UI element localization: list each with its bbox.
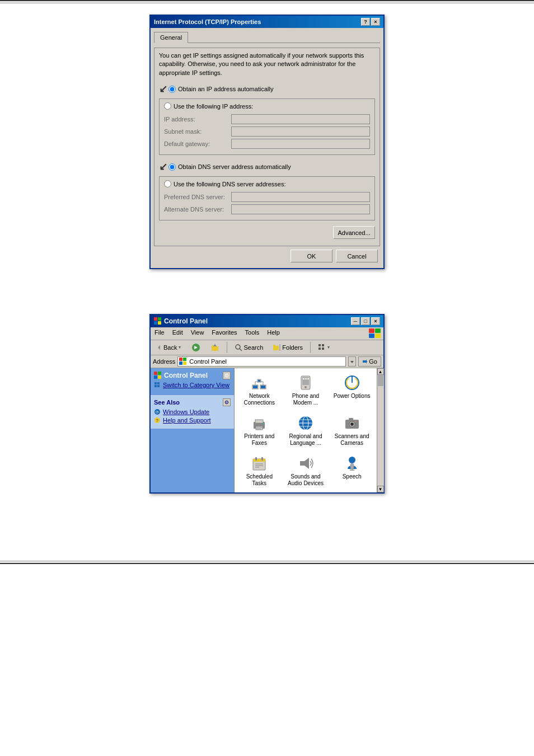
- cp-sidebar-cp-icon: [154, 372, 162, 379]
- tcpip-help-button[interactable]: ?: [361, 18, 370, 26]
- cp-minimize-button[interactable]: ─: [351, 317, 360, 325]
- network-connections-item[interactable]: Network Connections: [239, 373, 280, 407]
- svg-rect-46: [261, 386, 265, 388]
- scanners-cameras-item[interactable]: Scanners and Cameras: [331, 413, 372, 448]
- windows-update-link[interactable]: ⟳ Windows Update: [154, 408, 231, 415]
- tcpip-close-button[interactable]: ×: [371, 18, 380, 26]
- network-connections-label: Network Connections: [240, 393, 279, 406]
- toolbar-search-button[interactable]: Search: [231, 341, 267, 354]
- tcpip-titlebar-buttons: ? ×: [361, 18, 380, 26]
- svg-rect-20: [318, 344, 321, 346]
- manual-dns-section: Use the following DNS server addresses: …: [159, 176, 375, 220]
- toolbar-views-button[interactable]: [314, 341, 334, 354]
- sounds-audio-item[interactable]: Sounds and Audio Devices: [285, 453, 326, 488]
- cp-sidebar-collapse-button[interactable]: ⊙: [223, 372, 231, 379]
- gateway-input[interactable]: [231, 139, 370, 149]
- svg-point-85: [349, 457, 355, 463]
- svg-rect-34: [158, 375, 161, 379]
- scrollbar-track: [377, 375, 384, 486]
- subnet-mask-row: Subnet mask:: [164, 126, 370, 137]
- arrow-auto-dns: ↙: [159, 161, 167, 173]
- tab-general[interactable]: General: [154, 32, 188, 43]
- address-go-button[interactable]: Go: [358, 356, 381, 367]
- tcpip-dialog: Internet Protocol (TCP/IP) Properties ? …: [149, 15, 385, 269]
- radio-auto-ip-label: Obtain an IP address automatically: [178, 86, 273, 92]
- cp-main: Control Panel ⊙ Switch to Categor: [151, 368, 383, 492]
- scheduled-tasks-item[interactable]: Scheduled Tasks: [239, 453, 280, 488]
- menu-file[interactable]: File: [153, 328, 166, 339]
- help-support-link[interactable]: ? Help and Support: [154, 417, 231, 424]
- toolbar-separator1: [227, 342, 227, 353]
- speech-item[interactable]: Speech: [331, 453, 372, 488]
- cp-seealso-collapse-button[interactable]: ⊙: [223, 398, 231, 406]
- cp-title: Control Panel: [164, 317, 208, 325]
- svg-rect-32: [158, 372, 161, 375]
- svg-rect-25: [179, 358, 182, 361]
- cp-sidebar-seealso: See Also ⊙ ⟳ Windows Update: [151, 395, 234, 429]
- menu-tools[interactable]: Tools: [243, 328, 261, 339]
- menu-help[interactable]: Help: [265, 328, 282, 339]
- svg-rect-44: [253, 386, 257, 388]
- ip-address-input[interactable]: [231, 114, 370, 124]
- cp-close-button[interactable]: ×: [371, 317, 380, 325]
- views-icon: [318, 344, 326, 351]
- scrollbar-up-button[interactable]: ▲: [377, 368, 384, 375]
- tcpip-bottom-buttons: OK Cancel: [154, 246, 380, 265]
- toolbar-forward-button[interactable]: [188, 341, 204, 354]
- address-input-display[interactable]: Control Panel: [177, 356, 346, 367]
- svg-rect-82: [261, 457, 263, 461]
- menu-view[interactable]: View: [189, 328, 206, 339]
- folder-up-icon: [210, 343, 219, 352]
- advanced-button[interactable]: Advanced...: [333, 226, 375, 239]
- preferred-dns-input[interactable]: [231, 192, 370, 202]
- views-dropdown-icon: [327, 346, 330, 349]
- toolbar-folders-button[interactable]: Folders: [269, 341, 307, 354]
- subnet-mask-label: Subnet mask:: [164, 128, 231, 135]
- svg-rect-27: [179, 361, 182, 365]
- back-dropdown-icon: [178, 346, 181, 349]
- gateway-label: Default gateway:: [164, 140, 231, 147]
- svg-rect-31: [154, 372, 157, 375]
- printers-faxes-item[interactable]: Printers and Faxes: [239, 413, 280, 448]
- menu-edit[interactable]: Edit: [171, 328, 185, 339]
- scrollbar-down-button[interactable]: ▼: [377, 486, 384, 492]
- toolbar-up-button[interactable]: [207, 341, 223, 354]
- svg-rect-81: [255, 457, 257, 461]
- cancel-button[interactable]: Cancel: [336, 250, 378, 262]
- ok-button[interactable]: OK: [291, 250, 332, 262]
- svg-rect-33: [154, 375, 157, 379]
- svg-rect-51: [258, 380, 260, 382]
- scheduled-tasks-label: Scheduled Tasks: [240, 473, 279, 487]
- svg-rect-63: [256, 428, 262, 428]
- radio-manual-ip[interactable]: [164, 102, 171, 110]
- svg-marker-30: [363, 359, 367, 364]
- windows-update-icon: ⟳: [154, 408, 161, 415]
- toolbar-back-button[interactable]: Back: [153, 341, 185, 354]
- power-options-label: Power Options: [334, 393, 371, 400]
- phone-modem-item[interactable]: Phone and Modem ...: [285, 373, 326, 407]
- cp-icons-grid: Network Connections: [239, 373, 372, 488]
- tcpip-dialog-container: Internet Protocol (TCP/IP) Properties ? …: [0, 15, 534, 269]
- svg-rect-64: [256, 429, 261, 429]
- power-options-item[interactable]: Power Options: [331, 373, 372, 407]
- search-icon: [235, 344, 242, 351]
- radio-manual-dns[interactable]: [164, 180, 171, 187]
- scrollbar-thumb[interactable]: [378, 375, 383, 386]
- top-border: [0, 0, 534, 3]
- alternate-dns-input[interactable]: [231, 204, 370, 214]
- switch-view-icon: [154, 382, 161, 388]
- svg-rect-37: [154, 385, 157, 387]
- menu-favorites[interactable]: Favorites: [210, 328, 238, 339]
- radio-manual-ip-label: Use the following IP address:: [174, 103, 253, 110]
- svg-rect-28: [183, 361, 186, 365]
- svg-rect-0: [154, 317, 157, 321]
- radio-auto-ip[interactable]: [168, 86, 176, 93]
- cp-maximize-button[interactable]: □: [361, 317, 370, 325]
- svg-rect-1: [158, 317, 161, 321]
- address-dropdown-button[interactable]: [348, 356, 356, 367]
- regional-language-item[interactable]: Regional and Language ...: [285, 413, 326, 448]
- switch-to-category-view-link[interactable]: Switch to Category View: [154, 382, 231, 388]
- radio-auto-dns[interactable]: [168, 163, 176, 171]
- cp-sidebar: Control Panel ⊙ Switch to Categor: [151, 368, 235, 492]
- subnet-mask-input[interactable]: [231, 126, 370, 137]
